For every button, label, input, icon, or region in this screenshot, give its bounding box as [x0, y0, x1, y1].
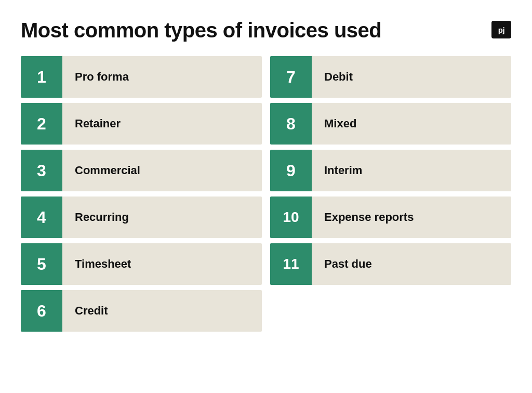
list-item: 2Retainer: [21, 103, 262, 145]
list-item: 11Past due: [270, 243, 511, 285]
number-badge: 11: [270, 243, 312, 285]
item-label: Retainer: [62, 117, 121, 130]
number-badge: 7: [270, 56, 312, 98]
item-label: Debit: [312, 70, 353, 84]
list-item: 9Interim: [270, 150, 511, 191]
logo-text: pj: [498, 25, 504, 34]
item-label: Expense reports: [312, 211, 414, 224]
page-container: Most common types of invoices used pj 1P…: [0, 0, 532, 393]
item-label: Past due: [312, 257, 372, 271]
list-item: 10Expense reports: [270, 197, 511, 238]
number-badge: 8: [270, 103, 312, 145]
list-item: 3Commercial: [21, 150, 262, 191]
number-badge: 2: [21, 103, 62, 145]
header-row: Most common types of invoices used pj: [21, 19, 511, 42]
number-badge: 3: [21, 150, 62, 191]
item-label: Interim: [312, 164, 362, 177]
items-grid: 1Pro forma2Retainer3Commercial4Recurring…: [21, 56, 511, 332]
item-label: Credit: [62, 304, 108, 318]
item-label: Mixed: [312, 117, 356, 130]
number-badge: 9: [270, 150, 312, 191]
left-column: 1Pro forma2Retainer3Commercial4Recurring…: [21, 56, 262, 332]
item-label: Recurring: [62, 211, 129, 224]
number-badge: 5: [21, 243, 62, 285]
logo-badge: pj: [491, 21, 511, 38]
number-badge: 10: [270, 197, 312, 238]
item-label: Timesheet: [62, 257, 131, 271]
list-item: 6Credit: [21, 290, 262, 332]
item-label: Commercial: [62, 164, 140, 177]
list-item: 7Debit: [270, 56, 511, 98]
list-item: 1Pro forma: [21, 56, 262, 98]
list-item: 5Timesheet: [21, 243, 262, 285]
right-column: 7Debit8Mixed9Interim10Expense reports11P…: [270, 56, 511, 332]
number-badge: 4: [21, 197, 62, 238]
page-title: Most common types of invoices used: [21, 19, 381, 42]
number-badge: 1: [21, 56, 62, 98]
number-badge: 6: [21, 290, 62, 332]
list-item: 4Recurring: [21, 197, 262, 238]
list-item: 8Mixed: [270, 103, 511, 145]
item-label: Pro forma: [62, 70, 129, 84]
